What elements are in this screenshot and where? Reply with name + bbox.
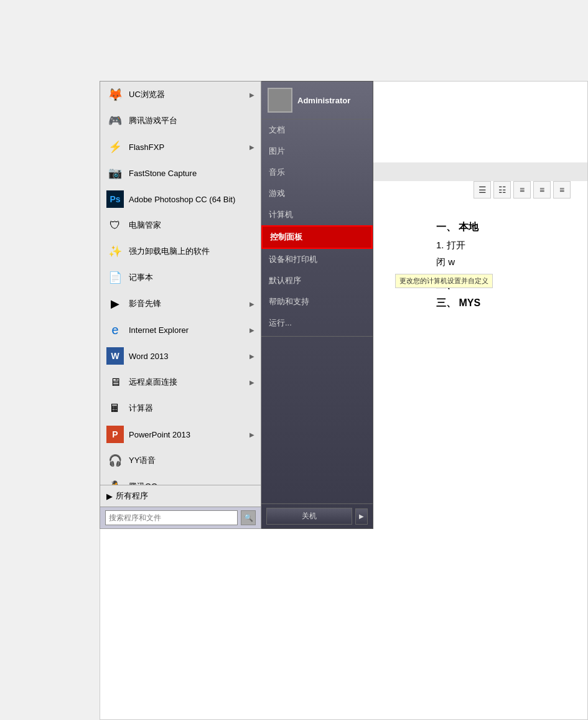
right-menu-item-1[interactable]: 图片 — [261, 141, 373, 162]
shutdown-arrow-button[interactable]: ▶ — [355, 508, 368, 525]
program-label-1: 腾讯游戏平台 — [129, 115, 254, 126]
right-menu-item-0[interactable]: 文档 — [261, 119, 373, 141]
program-label-2: FlashFXP — [129, 143, 245, 152]
user-section: Administrator — [261, 82, 373, 119]
program-icon-13: P — [106, 426, 124, 443]
align-button-2[interactable]: ≡ — [533, 181, 551, 199]
right-menu-item-3[interactable]: 游戏 — [261, 183, 373, 204]
program-label-11: 远程桌面连接 — [129, 376, 245, 388]
program-label-8: 影音先锋 — [129, 298, 245, 309]
program-item-12[interactable]: 🖩计算器 — [100, 395, 261, 421]
program-icon-11: 🖥 — [106, 373, 124, 391]
align-button-3[interactable]: ≡ — [553, 181, 571, 199]
program-arrow-0: ▶ — [250, 91, 254, 98]
program-item-14[interactable]: 🎧YY语音 — [100, 447, 261, 474]
program-icon-9: e — [106, 321, 124, 339]
all-programs-label: 所有程序 — [116, 490, 148, 502]
programs-panel: 🦊UC浏览器▶🎮腾讯游戏平台⚡FlashFXP▶📷FastStone Captu… — [100, 81, 261, 529]
align-button-1[interactable]: ≡ — [513, 181, 531, 199]
bottom-bar: 关机 ▶ — [261, 503, 373, 528]
right-menu-item-5[interactable]: 控制面板 — [261, 225, 373, 249]
list-button-1[interactable]: ☰ — [474, 181, 491, 199]
right-menu-item-4[interactable]: 计算机 — [261, 204, 373, 225]
program-arrow-9: ▶ — [250, 327, 254, 334]
program-item-13[interactable]: PPowerPoint 2013▶ — [100, 421, 261, 447]
program-label-4: Adobe Photoshop CC (64 Bit) — [129, 195, 254, 204]
program-icon-5: 🛡 — [106, 217, 124, 234]
program-item-15[interactable]: 🐧腾讯QQ — [100, 474, 261, 485]
right-menu-item-8[interactable]: 帮助和支持 — [261, 291, 373, 312]
program-label-5: 电脑管家 — [129, 220, 254, 231]
right-menu-items: 文档图片音乐游戏计算机控制面板设备和打印机默认程序帮助和支持运行... — [261, 119, 373, 334]
program-label-9: Internet Explorer — [129, 325, 245, 335]
program-item-8[interactable]: ▶影音先锋▶ — [100, 291, 261, 317]
ribbon-button-group: ☰ ☷ ≡ ≡ ≡ — [474, 181, 571, 199]
control-panel-tooltip: 更改您的计算机设置并自定义 — [395, 274, 493, 288]
doc-line-3: 闭 w — [436, 253, 480, 270]
right-menu-item-2[interactable]: 音乐 — [261, 162, 373, 183]
program-icon-1: 🎮 — [106, 112, 124, 129]
program-arrow-2: ▶ — [250, 144, 254, 151]
doc-line-1: 一、 本地 — [436, 218, 480, 236]
user-avatar — [268, 88, 292, 113]
start-menu: 🦊UC浏览器▶🎮腾讯游戏平台⚡FlashFXP▶📷FastStone Captu… — [100, 81, 404, 529]
program-icon-4: Ps — [106, 190, 124, 208]
program-icon-3: 📷 — [106, 164, 124, 182]
program-arrow-8: ▶ — [250, 301, 254, 307]
program-item-9[interactable]: eInternet Explorer▶ — [100, 317, 261, 343]
program-label-13: PowerPoint 2013 — [129, 430, 245, 439]
doc-line-5: 三、 MYS — [436, 294, 480, 312]
program-label-10: Word 2013 — [129, 352, 245, 361]
program-item-6[interactable]: ✨强力卸载电脑上的软件 — [100, 238, 261, 264]
program-label-12: 计算器 — [129, 403, 254, 414]
program-label-3: FastStone Capture — [129, 169, 254, 178]
program-arrow-11: ▶ — [250, 379, 254, 386]
right-panel: Administrator 文档图片音乐游戏计算机控制面板设备和打印机默认程序帮… — [261, 81, 373, 529]
menu-divider — [261, 336, 373, 337]
user-name: Administrator — [297, 96, 350, 105]
program-icon-10: W — [106, 347, 124, 365]
right-menu-item-7[interactable]: 默认程序 — [261, 270, 373, 291]
program-arrow-10: ▶ — [250, 353, 254, 360]
doc-content: 一、 本地 1. 打开 闭 w 二、 PHP 三、 MYS — [436, 218, 480, 312]
programs-list: 🦊UC浏览器▶🎮腾讯游戏平台⚡FlashFXP▶📷FastStone Captu… — [100, 82, 261, 485]
search-bar: 🔍 — [100, 507, 261, 528]
right-menu-item-6[interactable]: 设备和打印机 — [261, 249, 373, 270]
program-arrow-13: ▶ — [250, 431, 254, 438]
all-programs-arrow: ▶ — [106, 492, 113, 501]
all-programs-row[interactable]: ▶ 所有程序 — [100, 485, 261, 507]
program-item-3[interactable]: 📷FastStone Capture — [100, 160, 261, 186]
program-label-0: UC浏览器 — [129, 89, 245, 100]
search-button[interactable]: 🔍 — [241, 510, 256, 525]
program-item-5[interactable]: 🛡电脑管家 — [100, 212, 261, 238]
program-icon-0: 🦊 — [106, 86, 124, 103]
program-item-7[interactable]: 📄记事本 — [100, 264, 261, 291]
program-icon-8: ▶ — [106, 295, 124, 312]
program-item-2[interactable]: ⚡FlashFXP▶ — [100, 134, 261, 160]
right-menu-item-9[interactable]: 运行... — [261, 312, 373, 334]
program-icon-7: 📄 — [106, 269, 124, 286]
program-item-0[interactable]: 🦊UC浏览器▶ — [100, 82, 261, 108]
program-item-1[interactable]: 🎮腾讯游戏平台 — [100, 108, 261, 134]
program-label-7: 记事本 — [129, 272, 254, 283]
shutdown-button[interactable]: 关机 — [266, 508, 352, 525]
program-item-4[interactable]: PsAdobe Photoshop CC (64 Bit) — [100, 186, 261, 212]
program-icon-12: 🖩 — [106, 400, 124, 417]
program-item-10[interactable]: WWord 2013▶ — [100, 343, 261, 369]
program-icon-6: ✨ — [106, 243, 124, 260]
list-button-2[interactable]: ☷ — [493, 181, 511, 199]
search-input[interactable] — [105, 510, 238, 525]
program-icon-2: ⚡ — [106, 138, 124, 156]
program-item-11[interactable]: 🖥远程桌面连接▶ — [100, 369, 261, 395]
doc-line-2: 1. 打开 — [436, 236, 480, 253]
program-icon-14: 🎧 — [106, 452, 124, 469]
program-label-6: 强力卸载电脑上的软件 — [129, 246, 254, 257]
program-label-14: YY语音 — [129, 455, 254, 466]
program-icon-15: 🐧 — [106, 478, 124, 485]
